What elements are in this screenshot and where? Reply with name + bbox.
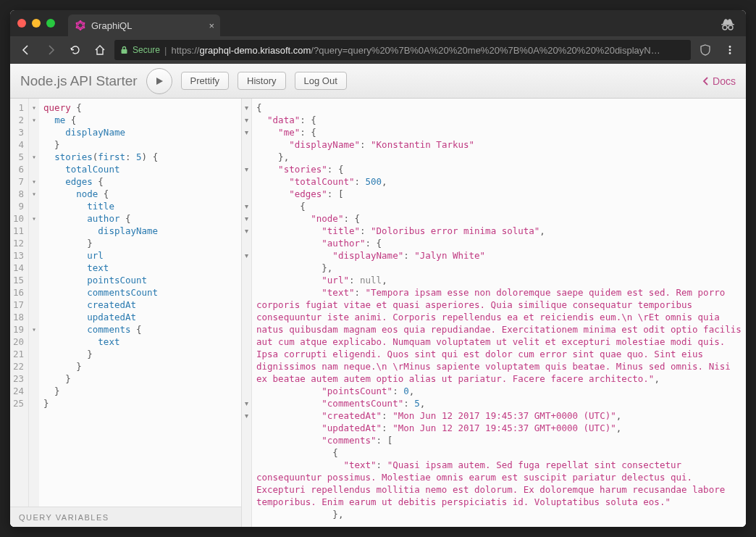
graphiql-app: Node.js API Starter Prettify History Log… — [10, 64, 746, 527]
svg-point-11 — [729, 46, 731, 48]
app-title: Node.js API Starter — [20, 73, 138, 89]
home-button[interactable] — [90, 40, 110, 60]
svg-point-6 — [76, 22, 77, 24]
minimize-window-button[interactable] — [32, 19, 41, 28]
query-variables-header[interactable]: Query Variables — [10, 507, 241, 527]
graphql-favicon-icon — [75, 20, 85, 30]
maximize-window-button[interactable] — [46, 19, 55, 28]
secure-label: Secure — [133, 45, 160, 55]
close-tab-button[interactable]: × — [209, 20, 214, 31]
graphiql-toolbar: Node.js API Starter Prettify History Log… — [10, 64, 746, 99]
shield-extension-icon[interactable] — [695, 40, 715, 60]
result-pane: ▾▾▾ ▾ ▾▾▾ ▾ ▾▾ { "data": { "me": { "disp… — [242, 99, 746, 527]
incognito-icon — [720, 19, 736, 30]
separator: | — [164, 45, 167, 56]
address-bar[interactable]: Secure | https://graphql-demo.kriasoft.c… — [114, 40, 691, 60]
chevron-left-icon — [702, 77, 710, 86]
back-button[interactable] — [16, 40, 36, 60]
browser-tab-strip: GraphiQL × — [10, 10, 746, 36]
url-text: https://graphql-demo.kriasoft.com/?query… — [171, 45, 660, 56]
svg-point-5 — [76, 27, 77, 28]
forward-button[interactable] — [41, 40, 61, 60]
window-controls — [17, 19, 68, 36]
svg-point-8 — [723, 25, 727, 30]
svg-point-9 — [728, 25, 733, 30]
line-number-gutter: 1 2 3 4 5 6 7 8 9 10 11 12 13 14 15 16 1… — [10, 99, 29, 507]
browser-toolbar: Secure | https://graphql-demo.kriasoft.c… — [10, 36, 746, 64]
prettify-button[interactable]: Prettify — [181, 72, 229, 90]
history-button[interactable]: History — [238, 72, 285, 90]
docs-label: Docs — [713, 75, 736, 87]
graphiql-body: 1 2 3 4 5 6 7 8 9 10 11 12 13 14 15 16 1… — [10, 99, 746, 527]
lock-icon — [120, 46, 128, 54]
svg-rect-10 — [122, 49, 127, 54]
query-editor[interactable]: 1 2 3 4 5 6 7 8 9 10 11 12 13 14 15 16 1… — [10, 99, 241, 507]
menu-button[interactable] — [720, 40, 740, 60]
svg-point-3 — [83, 27, 85, 28]
result-fold-gutter[interactable]: ▾▾▾ ▾ ▾▾▾ ▾ ▾▾ — [242, 99, 252, 527]
svg-point-13 — [729, 52, 731, 54]
browser-tab[interactable]: GraphiQL × — [68, 14, 220, 36]
browser-window: GraphiQL × — [10, 10, 746, 527]
svg-rect-7 — [721, 24, 734, 25]
query-code[interactable]: query { me { displayName } stories(first… — [39, 99, 162, 507]
tab-title: GraphiQL — [91, 20, 132, 31]
close-window-button[interactable] — [17, 19, 26, 28]
query-editor-pane: 1 2 3 4 5 6 7 8 9 10 11 12 13 14 15 16 1… — [10, 99, 242, 527]
fold-gutter[interactable]: ▾▾ ▾ ▾▾ ▾ ▾ — [29, 99, 39, 507]
reload-button[interactable] — [65, 40, 85, 60]
logout-button[interactable]: Log Out — [295, 72, 347, 90]
svg-point-12 — [729, 49, 731, 51]
execute-button[interactable] — [146, 68, 172, 94]
result-json[interactable]: { "data": { "me": { "displayName": "Kons… — [252, 99, 746, 527]
docs-button[interactable]: Docs — [702, 75, 736, 87]
svg-point-2 — [83, 22, 85, 24]
